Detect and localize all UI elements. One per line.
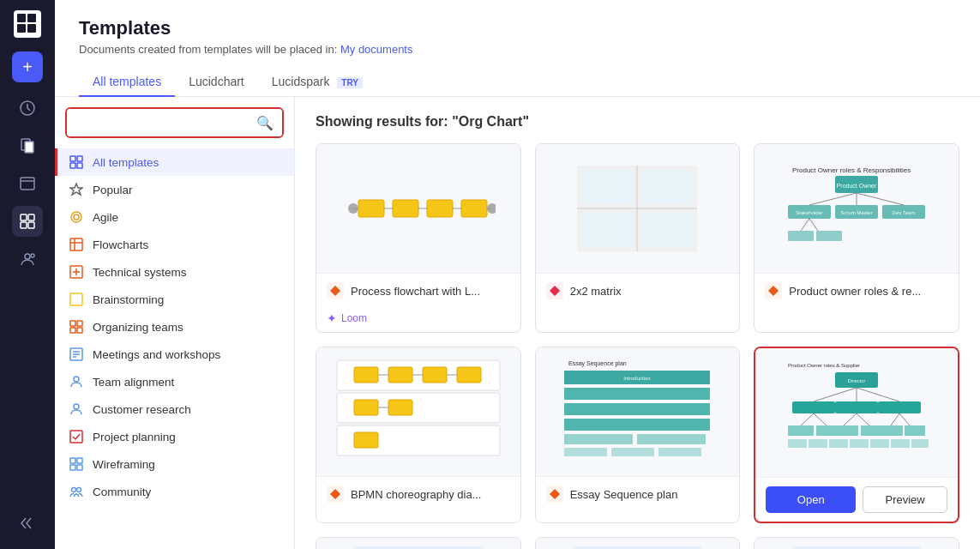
sidebar-item-brainstorming[interactable]: Brainstorming xyxy=(55,286,294,313)
template-card-partial-2[interactable]: Flow chart wo... xyxy=(535,537,741,549)
sidebar-item-flowcharts[interactable]: Flowcharts xyxy=(55,231,294,258)
svg-rect-63 xyxy=(641,213,693,247)
sidebar-item-customer-research[interactable]: Customer research xyxy=(55,395,294,423)
sidebar-item-all-templates[interactable]: All templates xyxy=(55,148,294,176)
lucidspark-badge: TRY xyxy=(337,77,363,88)
template-card-process-flowchart[interactable]: Process flowchart with L... ✦ Loom xyxy=(316,143,521,333)
svg-line-69 xyxy=(857,193,904,205)
all-templates-icon xyxy=(69,154,84,170)
template-card-partial-1[interactable] xyxy=(316,537,521,549)
sidebar-label-organizing-teams: Organizing teams xyxy=(93,321,183,334)
svg-rect-116 xyxy=(878,401,921,413)
customer-research-icon xyxy=(69,401,84,417)
sidebar-item-meetings[interactable]: Meetings and workshops xyxy=(55,341,294,368)
svg-rect-11 xyxy=(21,222,27,228)
app-logo xyxy=(14,10,41,38)
nav-people-icon[interactable] xyxy=(12,244,43,274)
loom-star-icon: ✦ xyxy=(327,311,337,325)
svg-point-21 xyxy=(74,214,79,220)
svg-rect-3 xyxy=(27,24,36,33)
nav-docs-icon[interactable] xyxy=(12,130,43,161)
template-card-essay-sequence[interactable]: Essay Sequence plan Introduction xyxy=(535,347,741,523)
svg-rect-133 xyxy=(870,439,889,448)
sidebar-item-wireframing[interactable]: Wireframing xyxy=(55,450,294,478)
template-card-product-hierarchy[interactable]: Product Owner roles & Supplier Director xyxy=(754,347,959,523)
team-alignment-icon xyxy=(69,374,84,389)
svg-rect-16 xyxy=(77,156,82,161)
sidebar-label-agile: Agile xyxy=(93,211,118,224)
svg-rect-0 xyxy=(17,14,26,22)
nav-collapse-icon[interactable] xyxy=(12,508,43,539)
search-input[interactable]: Org Chart xyxy=(67,109,282,136)
tab-lucidspark[interactable]: Lucidspark TRY xyxy=(258,68,376,97)
svg-point-44 xyxy=(72,488,76,492)
sidebar-item-community[interactable]: Community xyxy=(55,478,294,505)
card-footer-bpmn: BPMN choreography dia... xyxy=(316,476,520,511)
svg-rect-12 xyxy=(28,222,34,228)
svg-rect-127 xyxy=(882,425,903,436)
loom-badge: ✦ Loom xyxy=(327,311,510,325)
popular-icon xyxy=(69,182,84,197)
preview-button[interactable]: Preview xyxy=(863,486,947,513)
svg-rect-32 xyxy=(77,328,82,333)
svg-rect-134 xyxy=(891,439,910,448)
svg-point-13 xyxy=(25,254,30,259)
svg-rect-128 xyxy=(905,425,925,436)
svg-point-38 xyxy=(74,404,79,409)
sidebar-label-project-planning: Project planning xyxy=(93,431,176,443)
svg-rect-130 xyxy=(809,439,827,448)
svg-rect-101 xyxy=(564,419,710,431)
meetings-icon xyxy=(69,347,84,362)
svg-rect-39 xyxy=(70,431,82,443)
template-card-partial-3[interactable] xyxy=(754,537,959,549)
sidebar-item-technical[interactable]: Technical systems xyxy=(55,258,294,286)
tabs-container: All templates Lucidchart Lucidspark TRY xyxy=(79,68,956,96)
card-actions: Open Preview xyxy=(755,477,958,522)
svg-rect-99 xyxy=(564,388,710,400)
agile-icon xyxy=(69,209,84,225)
sidebar-item-popular[interactable]: Popular xyxy=(55,176,294,203)
search-icon: 🔍 xyxy=(256,115,274,131)
tab-lucidchart[interactable]: Lucidchart xyxy=(175,68,258,97)
templates-area: Showing results for: "Org Chart" xyxy=(295,97,980,549)
svg-rect-49 xyxy=(461,200,487,217)
svg-rect-30 xyxy=(77,321,82,326)
svg-rect-46 xyxy=(358,200,384,217)
sidebar-label-all-templates: All templates xyxy=(93,156,159,169)
sidebar-label-community: Community xyxy=(93,486,151,498)
svg-line-76 xyxy=(801,219,809,231)
nav-templates-icon[interactable] xyxy=(12,206,43,237)
sidebar-item-team-alignment[interactable]: Team alignment xyxy=(55,368,294,395)
svg-rect-17 xyxy=(70,163,75,168)
nav-recent-icon[interactable] xyxy=(12,93,43,124)
svg-text:Product Owner roles & Supplier: Product Owner roles & Supplier xyxy=(788,363,860,368)
wireframing-icon xyxy=(69,456,84,472)
svg-text:Product Owner roles & Responsi: Product Owner roles & Responsibilities xyxy=(792,166,911,174)
nav-shared-icon[interactable] xyxy=(12,168,43,199)
svg-rect-114 xyxy=(792,401,835,413)
svg-rect-15 xyxy=(70,156,75,161)
brainstorming-icon xyxy=(69,292,84,307)
svg-rect-103 xyxy=(637,434,706,444)
card-title-4: BPMN choreography dia... xyxy=(351,488,481,501)
my-documents-link[interactable]: My documents xyxy=(340,43,413,56)
svg-rect-100 xyxy=(564,403,710,415)
sidebar-item-organizing-teams[interactable]: Organizing teams xyxy=(55,313,294,341)
content-area: Org Chart 🔍 All templates xyxy=(55,97,980,549)
add-button[interactable]: + xyxy=(12,51,43,82)
lucidchart-icon-1 xyxy=(327,282,344,299)
lucidchart-icon-5 xyxy=(546,486,563,503)
svg-rect-135 xyxy=(911,439,929,448)
template-card-product-owner[interactable]: Product Owner roles & Responsibilities P… xyxy=(754,143,959,333)
tab-all-templates[interactable]: All templates xyxy=(79,68,175,97)
template-card-bpmn[interactable]: BPMN choreography dia... xyxy=(316,347,521,523)
svg-rect-78 xyxy=(788,231,814,241)
open-button[interactable]: Open xyxy=(766,486,856,513)
lucidchart-icon-3 xyxy=(765,282,782,299)
sidebar-item-project-planning[interactable]: Project planning xyxy=(55,423,294,450)
svg-rect-104 xyxy=(564,448,607,456)
svg-rect-79 xyxy=(816,231,842,241)
sidebar-item-agile[interactable]: Agile xyxy=(55,203,294,231)
template-card-2x2-matrix[interactable]: 2x2 matrix xyxy=(535,143,741,333)
card-title-3: Product owner roles & re... xyxy=(789,285,921,298)
